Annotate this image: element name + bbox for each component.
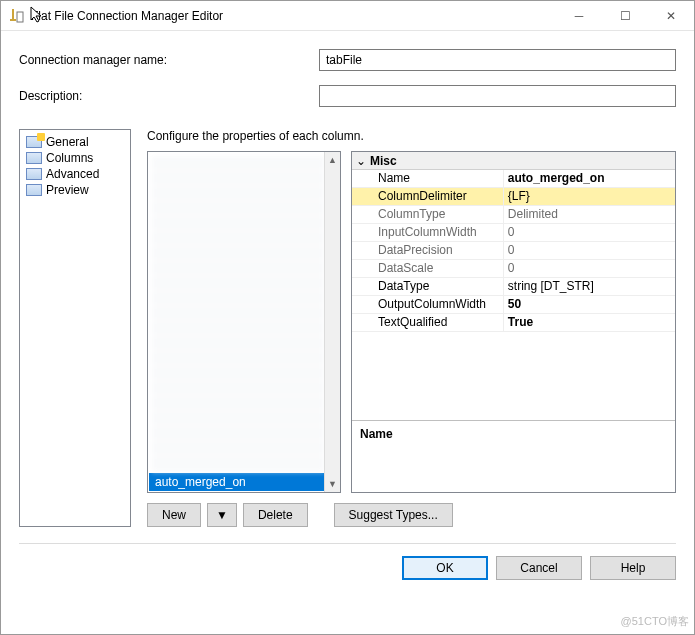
prop-value[interactable]: 50 [504, 296, 675, 313]
sidebar-item-label: General [46, 135, 89, 149]
propgrid-row[interactable]: OutputColumnWidth50 [352, 296, 675, 314]
description-input[interactable] [319, 85, 676, 107]
prop-value[interactable]: True [504, 314, 675, 331]
app-icon [9, 8, 25, 24]
page-hint: Configure the properties of each column. [147, 129, 676, 143]
delete-button[interactable]: Delete [243, 503, 308, 527]
propgrid-description: Name [352, 420, 675, 492]
page-icon [26, 168, 42, 180]
sidebar-item-advanced[interactable]: Advanced [20, 166, 130, 182]
scroll-down-icon[interactable]: ▼ [325, 476, 340, 492]
ok-button[interactable]: OK [402, 556, 488, 580]
form-area: Connection manager name: Description: [1, 31, 694, 129]
page-icon [26, 184, 42, 196]
new-button[interactable]: New [147, 503, 201, 527]
window-title: Flat File Connection Manager Editor [31, 9, 556, 23]
watermark: @51CTO博客 [621, 614, 689, 629]
prop-value[interactable]: auto_merged_on [504, 170, 675, 187]
new-dropdown-button[interactable]: ▼ [207, 503, 237, 527]
prop-key: Name [352, 170, 504, 187]
svg-rect-0 [12, 9, 14, 19]
list-item-selected[interactable]: auto_merged_on [149, 473, 324, 491]
prop-key: ColumnDelimiter [352, 188, 504, 205]
property-grid[interactable]: ⌄ Misc Nameauto_merged_onColumnDelimiter… [351, 151, 676, 493]
prop-key: DataScale [352, 260, 504, 277]
sidebar-item-preview[interactable]: Preview [20, 182, 130, 198]
propgrid-row[interactable]: DataScale0 [352, 260, 675, 278]
close-button[interactable]: ✕ [648, 1, 694, 31]
collapse-icon[interactable]: ⌄ [352, 154, 370, 168]
page-icon [26, 152, 42, 164]
propgrid-row[interactable]: Nameauto_merged_on [352, 170, 675, 188]
prop-key: ColumnType [352, 206, 504, 223]
prop-key: OutputColumnWidth [352, 296, 504, 313]
propgrid-row[interactable]: InputColumnWidth0 [352, 224, 675, 242]
prop-key: TextQualified [352, 314, 504, 331]
sidebar-item-label: Advanced [46, 167, 99, 181]
prop-value[interactable]: 0 [504, 242, 675, 259]
window-buttons: ─ ☐ ✕ [556, 1, 694, 31]
maximize-button[interactable]: ☐ [602, 1, 648, 31]
prop-value[interactable]: string [DT_STR] [504, 278, 675, 295]
list-content-blurred [152, 156, 324, 473]
scrollbar[interactable]: ▲ ▼ [324, 152, 340, 492]
propgrid-row[interactable]: TextQualifiedTrue [352, 314, 675, 332]
sidebar-item-general[interactable]: General [20, 134, 130, 150]
suggest-types-button[interactable]: Suggest Types... [334, 503, 453, 527]
propgrid-row[interactable]: ColumnDelimiter{LF} [352, 188, 675, 206]
prop-value[interactable]: Delimited [504, 206, 675, 223]
prop-value[interactable]: 0 [504, 224, 675, 241]
propgrid-row[interactable]: DataPrecision0 [352, 242, 675, 260]
sidebar-item-label: Columns [46, 151, 93, 165]
chevron-down-icon: ▼ [216, 508, 228, 522]
conn-name-input[interactable] [319, 49, 676, 71]
conn-name-label: Connection manager name: [19, 53, 319, 67]
prop-key: DataPrecision [352, 242, 504, 259]
propgrid-row[interactable]: ColumnTypeDelimited [352, 206, 675, 224]
propgrid-row[interactable]: DataTypestring [DT_STR] [352, 278, 675, 296]
page-list[interactable]: General Columns Advanced Preview [19, 129, 131, 527]
svg-rect-2 [17, 12, 23, 22]
propgrid-category[interactable]: ⌄ Misc [352, 152, 675, 170]
cancel-button[interactable]: Cancel [496, 556, 582, 580]
scroll-up-icon[interactable]: ▲ [325, 152, 340, 168]
desc-name: Name [360, 427, 667, 441]
titlebar: Flat File Connection Manager Editor ─ ☐ … [1, 1, 694, 31]
sidebar-item-columns[interactable]: Columns [20, 150, 130, 166]
description-label: Description: [19, 89, 319, 103]
prop-key: InputColumnWidth [352, 224, 504, 241]
prop-key: DataType [352, 278, 504, 295]
svg-rect-1 [10, 19, 16, 21]
sidebar-item-label: Preview [46, 183, 89, 197]
prop-value[interactable]: {LF} [504, 188, 675, 205]
minimize-button[interactable]: ─ [556, 1, 602, 31]
column-list[interactable]: auto_merged_on ▲ ▼ [147, 151, 341, 493]
help-button[interactable]: Help [590, 556, 676, 580]
page-icon [26, 136, 42, 148]
prop-value[interactable]: 0 [504, 260, 675, 277]
